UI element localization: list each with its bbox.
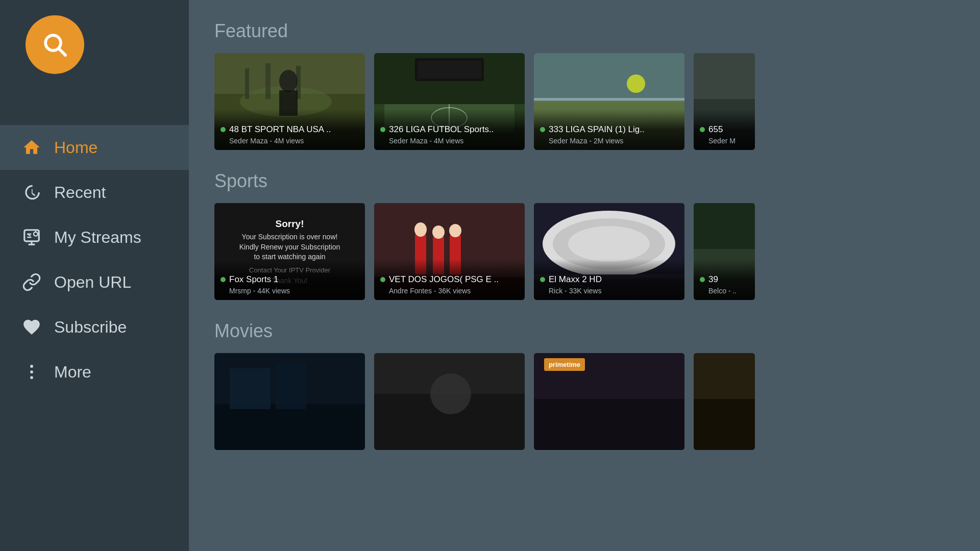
movies-card-4-bg (694, 353, 755, 450)
svg-point-9 (30, 370, 33, 373)
sidebar-item-open-url-label: Open URL (54, 273, 131, 292)
sports-card-2-sub: Andre Fontes - 36K views (380, 287, 519, 295)
sports-card-4-sub: Belco - .. (700, 287, 749, 295)
svg-text:primetime: primetime (549, 361, 580, 368)
svg-point-38 (432, 226, 445, 239)
featured-card-2-title: 326 LIGA FUTBOL Sports.. (389, 124, 494, 135)
movies-card-2[interactable] (374, 353, 525, 450)
featured-cards-row: 48 BT SPORT NBA USA .. Seder Maza - 4M v… (214, 53, 980, 150)
svg-rect-50 (214, 404, 365, 450)
sports-card-2[interactable]: VET DOS JOGOS( PSG E .. Andre Fontes - 3… (374, 203, 525, 300)
sports-card-3-overlay: El Maxx 2 HD Rick - 33K views (534, 259, 684, 300)
my-streams-icon (20, 226, 43, 248)
home-icon (20, 136, 43, 159)
featured-card-3-sub: Seder Maza - 2M views (540, 137, 678, 145)
svg-rect-15 (265, 63, 271, 99)
svg-point-6 (34, 232, 38, 236)
nav-list: Home Recent My Streams Open URL (0, 125, 189, 394)
sports-card-4[interactable]: 39 Belco - .. (694, 203, 755, 300)
featured-card-1-sub: Seder Maza - 4M views (220, 137, 359, 145)
sports-card-3[interactable]: El Maxx 2 HD Rick - 33K views (534, 203, 684, 300)
sorry-line2: Kindly Renew your Subscription (239, 243, 340, 251)
svg-point-8 (30, 365, 33, 368)
sidebar: Home Recent My Streams Open URL (0, 0, 189, 551)
svg-rect-14 (245, 68, 249, 99)
svg-point-55 (430, 373, 471, 414)
featured-card-2-overlay: 326 LIGA FUTBOL Sports.. Seder Maza - 4M… (374, 109, 525, 150)
svg-point-40 (449, 224, 461, 237)
sports-card-1[interactable]: Sorry! Your Subscription is over now! Ki… (214, 203, 365, 300)
open-url-icon (20, 271, 43, 293)
svg-point-17 (279, 70, 298, 92)
svg-rect-60 (534, 399, 684, 450)
svg-rect-25 (418, 61, 481, 79)
featured-card-3-overlay: 333 LIGA SPAIN (1) Lig.. Seder Maza - 2M… (534, 109, 684, 150)
featured-card-2[interactable]: 326 LIGA FUTBOL Sports.. Seder Maza - 4M… (374, 53, 525, 150)
svg-rect-62 (694, 399, 755, 450)
search-button-wrap[interactable] (26, 15, 84, 74)
sports-card-3-sub: Rick - 33K views (540, 287, 678, 295)
featured-card-1[interactable]: 48 BT SPORT NBA USA .. Seder Maza - 4M v… (214, 53, 365, 150)
live-dot (380, 127, 385, 132)
svg-point-29 (627, 74, 645, 93)
featured-card-1-overlay: 48 BT SPORT NBA USA .. Seder Maza - 4M v… (214, 109, 365, 150)
sports-card-1-sub: Mrsmp - 44K views (220, 287, 359, 295)
sorry-title: Sorry! (276, 218, 304, 230)
sports-card-1-title: Fox Sports 1 (229, 274, 278, 285)
featured-card-4-sub: Seder M (700, 137, 749, 145)
live-dot (540, 277, 545, 282)
svg-point-36 (414, 222, 427, 237)
svg-rect-51 (230, 368, 271, 409)
sports-section: Sports Sorry! Your Subscription is over … (214, 170, 980, 300)
sidebar-item-recent[interactable]: Recent (0, 170, 189, 215)
featured-card-3-title: 333 LIGA SPAIN (1) Lig.. (549, 124, 645, 135)
featured-card-1-title: 48 BT SPORT NBA USA .. (229, 124, 331, 135)
main-content: Featured (189, 0, 980, 551)
movies-cards-row: primetime (214, 353, 980, 450)
svg-rect-28 (534, 53, 684, 102)
featured-card-4-overlay: 655 Seder M (694, 109, 755, 150)
svg-point-45 (568, 226, 650, 262)
live-dot (700, 277, 705, 282)
movies-section: Movies (214, 320, 980, 450)
sports-card-2-overlay: VET DOS JOGOS( PSG E .. Andre Fontes - 3… (374, 259, 525, 300)
svg-point-10 (30, 376, 33, 379)
sidebar-item-subscribe[interactable]: Subscribe (0, 305, 189, 349)
svg-line-1 (59, 49, 66, 56)
live-dot (220, 127, 226, 132)
live-dot (700, 127, 705, 132)
movies-title: Movies (214, 320, 980, 342)
sorry-line1: Your Subscription is over now! (242, 233, 338, 241)
sorry-text: Your Subscription is over now! Kindly Re… (239, 232, 340, 262)
sidebar-item-subscribe-label: Subscribe (54, 318, 127, 337)
sidebar-item-more-label: More (54, 363, 91, 382)
sidebar-item-home-label: Home (54, 138, 97, 157)
search-icon (41, 31, 69, 59)
recent-icon (20, 181, 43, 204)
featured-card-3[interactable]: 333 LIGA SPAIN (1) Lig.. Seder Maza - 2M… (534, 53, 684, 150)
movies-card-3-bg: primetime (534, 353, 684, 450)
movies-card-2-bg (374, 353, 525, 450)
live-dot (380, 277, 385, 282)
sports-title: Sports (214, 170, 980, 192)
sidebar-item-open-url[interactable]: Open URL (0, 260, 189, 305)
movies-card-3[interactable]: primetime (534, 353, 684, 450)
movies-card-1-bg (214, 353, 365, 450)
subscribe-icon (20, 316, 43, 338)
sports-card-1-overlay: Fox Sports 1 Mrsmp - 44K views (214, 259, 365, 300)
movies-card-1[interactable] (214, 353, 365, 450)
sidebar-item-recent-label: Recent (54, 183, 106, 202)
sidebar-item-home[interactable]: Home (0, 125, 189, 170)
live-dot (220, 277, 226, 282)
sidebar-item-my-streams-label: My Streams (54, 228, 141, 247)
sidebar-item-more[interactable]: More (0, 349, 189, 394)
search-button[interactable] (26, 15, 84, 74)
svg-rect-30 (534, 98, 684, 101)
sidebar-item-my-streams[interactable]: My Streams (0, 215, 189, 260)
featured-card-2-sub: Seder Maza - 4M views (380, 137, 519, 145)
sports-card-3-title: El Maxx 2 HD (549, 274, 602, 285)
movies-card-4[interactable] (694, 353, 755, 450)
featured-card-4[interactable]: 655 Seder M (694, 53, 755, 150)
sports-card-4-title: 39 (708, 274, 718, 285)
sports-card-2-title: VET DOS JOGOS( PSG E .. (389, 274, 499, 285)
